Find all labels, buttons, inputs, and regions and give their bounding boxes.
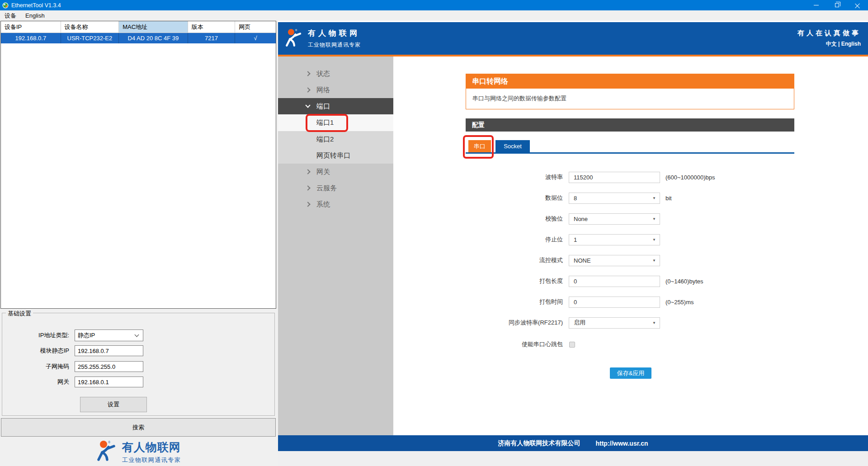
footer-bottom-strip <box>278 451 868 466</box>
chevron-down-icon <box>305 103 310 108</box>
heartbeat-checkbox[interactable] <box>569 342 575 348</box>
sidebar-item-network[interactable]: 网络 <box>278 82 393 98</box>
sidebar-item-port[interactable]: 端口 <box>278 98 393 114</box>
select-arrow-icon: ▼ <box>652 217 656 221</box>
chevron-down-icon <box>135 332 139 337</box>
annotation-box-serial-tab <box>463 135 494 159</box>
packet-length-row: 打包长度 0 (0~1460)bytes <box>393 275 836 287</box>
section-title: 配置 <box>466 118 794 132</box>
minimize-icon <box>814 5 819 5</box>
ip-type-label: IP地址类型: <box>2 331 75 339</box>
ip-type-select[interactable]: 静态IP <box>75 329 143 341</box>
menu-device[interactable]: 设备 <box>0 10 21 21</box>
heartbeat-row: 使能串口心跳包 <box>393 339 836 350</box>
ip-type-row: IP地址类型: 静态IP <box>2 329 274 341</box>
baud-rate-input[interactable]: 115200 <box>569 172 660 183</box>
restore-button[interactable] <box>826 0 847 10</box>
stop-bits-select[interactable]: 1▼ <box>569 234 660 245</box>
web-header: ® 有人物联网 工业物联网通讯专家 有人在认真做事 中文 | English <box>278 22 868 55</box>
cell-mac-address: D4 AD 20 8C 4F 39 <box>119 33 188 43</box>
usr-logo: ® 有人物联网 工业物联网通讯专家 <box>0 440 277 464</box>
menu-bar: 设备 English <box>0 10 868 21</box>
web-footer: 济南有人物联网技术有限公司 http://www.usr.cn <box>278 435 868 451</box>
sync-baud-select[interactable]: 启用▼ <box>569 317 660 329</box>
web-slogan: 工业物联网通讯专家 <box>308 41 361 49</box>
tab-underline <box>466 152 794 154</box>
window-title: EthernetTool V1.3.4 <box>11 2 61 9</box>
sidebar-item-web-to-serial[interactable]: 网页转串口 <box>278 147 393 164</box>
set-button[interactable]: 设置 <box>80 397 147 412</box>
web-motto: 有人在认真做事 <box>797 29 861 38</box>
sidebar-item-system[interactable]: 系统 <box>278 196 393 212</box>
chevron-right-icon <box>305 169 310 174</box>
logo-brand: 有人物联网 <box>122 440 181 455</box>
save-apply-button[interactable]: 保存&应用 <box>610 367 651 379</box>
device-table: 设备IP 设备名称 MAC地址 版本 网页 192.168.0.7 USR-TC… <box>0 21 276 309</box>
basic-settings-title: 基础设置 <box>6 310 33 318</box>
page-banner: 串口转网络 串口与网络之间的数据传输参数配置 <box>466 74 794 109</box>
web-brand: 有人物联网 <box>308 28 361 38</box>
chevron-right-icon <box>305 71 310 76</box>
web-view: ® 有人物联网 工业物联网通讯专家 有人在认真做事 中文 | English <box>278 21 868 466</box>
chevron-right-icon <box>305 87 310 92</box>
packet-time-row: 打包时间 0 (0~255)ms <box>393 296 836 308</box>
basic-settings-group: 基础设置 IP地址类型: 静态IP 模块静态IP 192.168.0.7 子网掩… <box>2 313 275 416</box>
chevron-right-icon <box>305 202 310 207</box>
col-version[interactable]: 版本 <box>188 21 236 33</box>
close-button[interactable] <box>847 0 868 10</box>
web-sidebar: 状态 网络 端口 端口1 端口2 网页转串口 网关 云服务 <box>278 56 393 435</box>
packet-time-input[interactable]: 0 <box>569 297 660 308</box>
logo-slogan: 工业物联网通讯专家 <box>122 456 181 464</box>
stop-bits-row: 停止位 1▼ <box>393 234 836 245</box>
search-button[interactable]: 搜索 <box>1 418 276 437</box>
cell-version: 7217 <box>188 33 236 43</box>
packet-length-input[interactable]: 0 <box>569 276 660 287</box>
sidebar-item-status[interactable]: 状态 <box>278 66 393 82</box>
restore-icon <box>835 3 839 7</box>
parity-row: 校验位 None▼ <box>393 213 836 225</box>
chevron-right-icon <box>305 185 310 190</box>
col-mac-address[interactable]: MAC地址 <box>119 21 188 33</box>
web-content: 串口转网络 串口与网络之间的数据传输参数配置 配置 串口 Socket 波特率 … <box>393 56 868 435</box>
parity-select[interactable]: None▼ <box>569 213 660 225</box>
menu-english[interactable]: English <box>21 10 49 21</box>
app-icon <box>2 2 9 9</box>
sidebar-item-gateway[interactable]: 网关 <box>278 164 393 180</box>
select-arrow-icon: ▼ <box>652 196 656 200</box>
select-arrow-icon: ▼ <box>652 238 656 242</box>
subnet-input[interactable]: 255.255.255.0 <box>75 361 143 372</box>
cell-webpage-check: √ <box>235 33 276 43</box>
gateway-row: 网关 192.168.0.1 <box>2 377 274 387</box>
page-title: 串口转网络 <box>466 74 794 89</box>
static-ip-input[interactable]: 192.168.0.7 <box>75 345 143 356</box>
page-description: 串口与网络之间的数据传输参数配置 <box>466 89 794 109</box>
col-webpage[interactable]: 网页 <box>235 21 276 33</box>
select-arrow-icon: ▼ <box>652 321 656 325</box>
close-icon <box>855 3 860 8</box>
col-device-ip[interactable]: 设备IP <box>1 21 61 33</box>
svg-text:®: ® <box>108 441 111 444</box>
sync-baud-row: 同步波特率(RF2217) 启用▼ <box>393 317 836 329</box>
gateway-label: 网关 <box>2 378 75 386</box>
flow-control-select[interactable]: NONE▼ <box>569 255 660 266</box>
device-table-header: 设备IP 设备名称 MAC地址 版本 网页 <box>1 21 276 33</box>
cell-device-name: USR-TCP232-E2 <box>61 33 119 43</box>
minimize-button[interactable] <box>806 0 826 10</box>
static-ip-label: 模块静态IP <box>2 347 75 355</box>
sidebar-item-port2[interactable]: 端口2 <box>278 131 393 147</box>
usr-person-icon-white: ® <box>284 28 303 49</box>
gateway-input[interactable]: 192.168.0.1 <box>75 377 143 387</box>
footer-url[interactable]: http://www.usr.cn <box>595 440 648 447</box>
col-device-name[interactable]: 设备名称 <box>61 21 119 33</box>
left-panel: 设备IP 设备名称 MAC地址 版本 网页 192.168.0.7 USR-TC… <box>0 21 277 466</box>
subnet-label: 子网掩码 <box>2 362 75 371</box>
data-bits-select[interactable]: 8▼ <box>569 193 660 204</box>
subnet-row: 子网掩码 255.255.255.0 <box>2 361 274 372</box>
select-arrow-icon: ▼ <box>652 259 656 263</box>
device-row-selected[interactable]: 192.168.0.7 USR-TCP232-E2 D4 AD 20 8C 4F… <box>1 33 276 43</box>
usr-person-icon: ® <box>96 440 118 463</box>
language-switch[interactable]: 中文 | English <box>797 40 861 48</box>
baud-rate-row: 波特率 115200 (600~1000000)bps <box>393 171 836 183</box>
tab-socket[interactable]: Socket <box>495 140 530 152</box>
sidebar-item-cloud-service[interactable]: 云服务 <box>278 180 393 196</box>
